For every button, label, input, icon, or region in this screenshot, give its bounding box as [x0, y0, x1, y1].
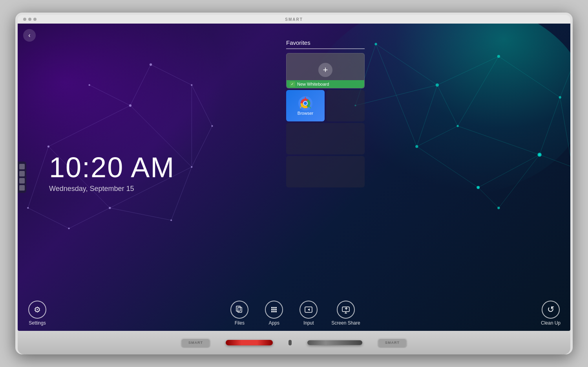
- back-icon: ‹: [28, 32, 30, 39]
- side-btn-2[interactable]: [19, 171, 25, 176]
- cleanup-icon-circle: ↺: [542, 301, 560, 319]
- svg-point-79: [275, 311, 277, 312]
- bezel-pen-gray: [307, 340, 362, 345]
- svg-line-41: [478, 187, 499, 208]
- svg-point-52: [457, 125, 458, 127]
- chrome-icon: [298, 96, 313, 111]
- bezel-left-button[interactable]: SMART: [181, 338, 210, 347]
- svg-line-9: [28, 147, 48, 208]
- svg-line-28: [499, 56, 560, 97]
- svg-line-0: [48, 106, 130, 147]
- toolbar-item-apps[interactable]: Apps: [262, 301, 286, 326]
- bezel-pen-eraser: [289, 340, 292, 345]
- svg-point-15: [47, 145, 49, 147]
- svg-line-14: [192, 85, 212, 126]
- svg-point-77: [271, 311, 273, 312]
- svg-line-4: [89, 85, 130, 105]
- svg-point-51: [415, 145, 418, 148]
- favorites-panel: Favorites + ✓ New Whiteboard: [286, 39, 365, 187]
- svg-point-65: [304, 102, 307, 105]
- input-label: Input: [303, 320, 314, 326]
- settings-icon-circle: ⚙: [28, 301, 46, 319]
- bottom-toolbar: ⚙ Settings Files: [18, 295, 570, 331]
- toolbar-item-settings[interactable]: ⚙ Settings: [26, 301, 49, 326]
- svg-point-73: [275, 307, 277, 308]
- svg-point-20: [150, 63, 152, 66]
- svg-line-40: [560, 56, 570, 97]
- svg-line-35: [417, 126, 458, 147]
- svg-point-21: [191, 84, 192, 86]
- apps-icon: [270, 305, 278, 314]
- cleanup-label: Clean Up: [541, 320, 561, 326]
- cleanup-icon: ↺: [547, 305, 554, 315]
- input-icon: [304, 305, 313, 314]
- svg-point-16: [129, 104, 131, 106]
- bezel-right-button[interactable]: SMART: [378, 338, 407, 347]
- monitor-brand-label: SMART: [285, 17, 303, 22]
- tile-empty-3[interactable]: [286, 156, 365, 187]
- favorites-title: Favorites: [286, 39, 365, 49]
- svg-line-32: [417, 85, 437, 146]
- svg-point-45: [374, 43, 377, 45]
- svg-line-6: [151, 64, 192, 85]
- apps-icon-circle: [265, 301, 283, 319]
- svg-point-25: [68, 228, 69, 229]
- svg-line-31: [417, 147, 478, 187]
- new-whiteboard-label: New Whiteboard: [297, 82, 329, 86]
- monitor-frame: SMART: [15, 13, 573, 354]
- svg-point-72: [273, 307, 275, 308]
- new-whiteboard-label-row: ✓ New Whiteboard: [287, 80, 364, 88]
- clock-date: Wednesday, September 15: [49, 185, 175, 193]
- input-icon-circle: [299, 301, 318, 319]
- clock-area: 10:20 AM Wednesday, September 15: [49, 153, 175, 193]
- svg-line-12: [110, 208, 171, 220]
- files-icon: [235, 305, 244, 314]
- svg-rect-70: [238, 307, 242, 312]
- tile-empty-1[interactable]: [326, 90, 365, 121]
- bezel-pen-red: [226, 340, 273, 345]
- toolbar-center: Files: [228, 301, 360, 326]
- dot-2: [28, 18, 31, 21]
- svg-point-24: [211, 125, 213, 127]
- svg-line-26: [376, 44, 437, 85]
- side-btn-4[interactable]: [19, 185, 25, 191]
- tile-empty-2[interactable]: [286, 123, 365, 154]
- tile-new-whiteboard[interactable]: + ✓ New Whiteboard: [286, 53, 365, 88]
- svg-line-39: [355, 85, 437, 105]
- toolbar-item-cleanup[interactable]: ↺ Clean Up: [539, 301, 562, 326]
- svg-point-46: [436, 83, 439, 86]
- dot-3: [33, 18, 37, 21]
- side-btn-3[interactable]: [19, 178, 25, 184]
- toolbar-item-files[interactable]: Files: [228, 301, 251, 326]
- settings-icon: ⚙: [34, 305, 41, 314]
- svg-line-37: [437, 85, 458, 126]
- files-icon-circle: [230, 301, 248, 319]
- settings-label: Settings: [29, 320, 46, 326]
- svg-point-48: [559, 96, 561, 99]
- side-btn-1[interactable]: [19, 164, 25, 169]
- svg-point-47: [497, 55, 500, 58]
- svg-point-58: [537, 152, 541, 156]
- svg-line-5: [130, 64, 151, 105]
- svg-line-44: [560, 97, 570, 167]
- bezel-bottom: SMART SMART: [18, 331, 570, 354]
- monitor-top-bar: SMART: [18, 15, 570, 24]
- svg-point-78: [273, 311, 275, 312]
- screen-share-icon-circle: [337, 301, 355, 319]
- tile-browser[interactable]: Browser: [286, 90, 325, 121]
- favorites-grid: + ✓ New Whiteboard: [286, 53, 365, 187]
- svg-line-43: [540, 155, 570, 167]
- svg-point-18: [109, 207, 111, 209]
- screen-share-icon: [341, 305, 350, 314]
- svg-line-30: [478, 155, 539, 187]
- back-button[interactable]: ‹: [23, 29, 36, 42]
- svg-rect-69: [236, 306, 240, 311]
- svg-line-27: [437, 56, 499, 85]
- svg-line-10: [28, 208, 69, 228]
- side-panel: [18, 161, 26, 193]
- svg-point-22: [27, 207, 29, 209]
- svg-line-29: [540, 97, 560, 155]
- toolbar-item-input[interactable]: Input: [297, 301, 320, 326]
- svg-point-23: [170, 219, 172, 221]
- toolbar-item-screen-share[interactable]: Screen Share: [331, 301, 360, 326]
